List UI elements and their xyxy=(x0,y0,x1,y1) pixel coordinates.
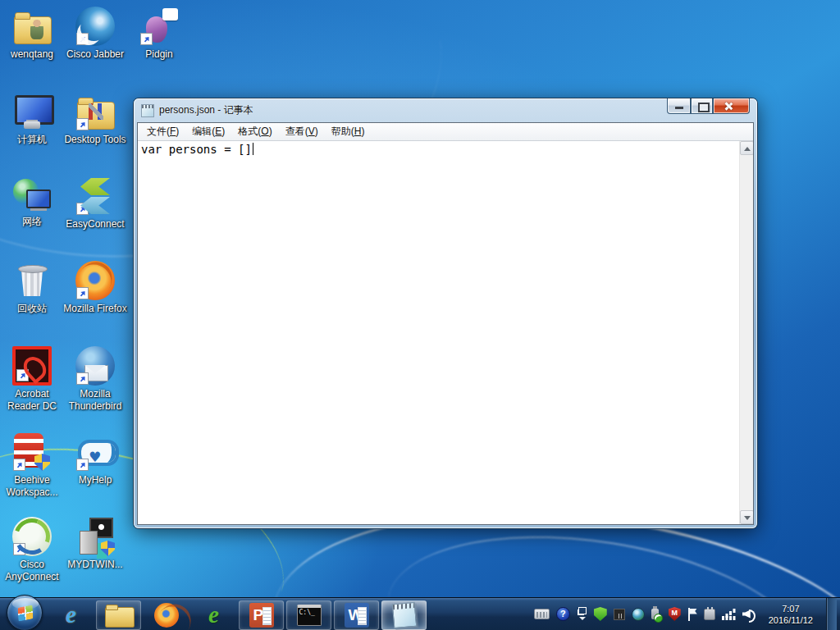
scroll-up-button[interactable] xyxy=(740,141,753,155)
taskbar-clock[interactable]: 7:07 2016/11/12 xyxy=(764,603,818,626)
menu-view[interactable]: 查看(V) xyxy=(279,122,325,141)
explorer-folder-icon xyxy=(105,605,133,626)
cisco-jabber-icon xyxy=(75,7,115,46)
desktop-icon-network[interactable]: 网络 xyxy=(0,174,64,228)
shortcut-arrow-icon xyxy=(76,33,89,45)
taskbar-powerpoint[interactable]: P xyxy=(239,600,284,630)
show-desktop-button[interactable] xyxy=(826,598,837,630)
desktop: wenqtang Cisco Jabber Pidgin 计算机 Desktop… xyxy=(0,0,840,630)
start-button[interactable] xyxy=(7,595,43,630)
thunderbird-icon xyxy=(75,346,115,386)
desktop-icon-label: EasyConnect xyxy=(63,218,127,231)
close-button[interactable] xyxy=(713,98,750,114)
desktop-icon-firefox[interactable]: Mozilla Firefox xyxy=(63,261,127,315)
firefox-icon xyxy=(154,603,179,628)
device-plug-icon[interactable] xyxy=(704,609,715,620)
notepad-window-icon xyxy=(141,104,154,117)
desktop-icon-label: 计算机 xyxy=(0,134,64,146)
input-method-keyboard-icon[interactable] xyxy=(534,609,550,619)
scroll-down-button[interactable] xyxy=(740,510,753,524)
maximize-button[interactable] xyxy=(691,98,713,114)
menu-format[interactable]: 格式(O) xyxy=(231,122,278,141)
desktop-icon-anyconnect[interactable]: Cisco AnyConnect xyxy=(0,517,64,582)
minimize-button[interactable] xyxy=(667,98,691,114)
desktop-icon-thunderbird[interactable]: Mozilla Thunderbird xyxy=(63,346,127,412)
desktop-icon-label: Cisco AnyConnect xyxy=(0,559,64,582)
tools-overlay-icon xyxy=(89,103,103,120)
pidgin-bird-icon xyxy=(139,7,179,46)
system-tray: ? M 7:07 2016/11/12 xyxy=(534,598,840,630)
desktop-icon-computer[interactable]: 计算机 xyxy=(0,92,64,146)
beehive-icon xyxy=(12,432,52,472)
safely-remove-usb-icon[interactable] xyxy=(651,609,659,619)
desktop-icon-cisco-jabber[interactable]: Cisco Jabber xyxy=(63,7,127,61)
desktop-icon-myhelp[interactable]: MyHelp xyxy=(63,432,127,486)
taskbar-notepad-active[interactable] xyxy=(381,600,427,630)
text-caret xyxy=(253,143,253,155)
person-overlay-icon xyxy=(30,20,43,39)
anyconnect-globe-icon xyxy=(12,517,52,556)
desktop-icon-desktop-tools[interactable]: Desktop Tools xyxy=(63,92,127,146)
desktop-icon-mydtwin[interactable]: MYDTWIN... xyxy=(63,517,127,571)
desktop-icon-label: 回收站 xyxy=(0,303,64,315)
shortcut-arrow-icon xyxy=(76,203,89,215)
dark-app-tray-icon[interactable] xyxy=(614,609,625,620)
powerpoint-icon: P xyxy=(249,603,274,628)
help-tray-icon[interactable]: ? xyxy=(556,607,570,621)
mcafee-shield-icon[interactable]: M xyxy=(669,607,681,621)
desktop-icon-label: Pidgin xyxy=(127,48,191,61)
taskbar-internet-explorer[interactable]: e xyxy=(48,600,94,630)
taskbar-command-prompt[interactable]: C:\_ xyxy=(286,600,331,630)
text-line: var persons = [] xyxy=(138,141,753,156)
desktop-icon-label: Cisco Jabber xyxy=(63,48,127,61)
notepad-icon xyxy=(391,601,417,628)
shortcut-arrow-icon xyxy=(76,459,89,471)
desktop-icon-recycle-bin[interactable]: 回收站 xyxy=(0,261,64,315)
signal-strength-icon[interactable] xyxy=(722,609,736,620)
show-hidden-icons-button[interactable] xyxy=(577,607,587,621)
desktop-icon-label: Mozilla Thunderbird xyxy=(63,388,127,412)
shortcut-arrow-icon xyxy=(76,372,89,385)
desktop-icon-label: Desktop Tools xyxy=(63,134,127,146)
green-browser-icon: e xyxy=(208,603,219,627)
volume-icon[interactable] xyxy=(742,609,757,620)
desktop-icon-pidgin[interactable]: Pidgin xyxy=(127,7,191,61)
taskbar: e e P C:\_ W ? M 7:07 2016/11/12 xyxy=(0,597,840,630)
firefox-icon xyxy=(75,261,115,300)
desktop-icon-wenqtang[interactable]: wenqtang xyxy=(0,7,64,61)
menu-help[interactable]: 帮助(H) xyxy=(325,122,372,141)
update-shield-icon[interactable] xyxy=(594,607,607,621)
desktop-icon-easyconnect[interactable]: EasyConnect xyxy=(63,176,127,231)
taskbar-green-browser[interactable]: e xyxy=(191,600,236,630)
shortcut-arrow-icon xyxy=(76,287,89,299)
network-globe-tray-icon[interactable] xyxy=(632,608,645,621)
desktop-icon-label: MYDTWIN... xyxy=(63,559,127,571)
command-prompt-icon: C:\_ xyxy=(297,605,322,626)
text-editor-area[interactable]: var persons = [] xyxy=(138,141,753,524)
vertical-scrollbar[interactable] xyxy=(739,141,753,524)
desktop-icon-beehive[interactable]: Beehive Workspac... xyxy=(0,432,64,498)
shortcut-arrow-icon xyxy=(16,369,29,381)
network-globe-icon xyxy=(12,174,52,213)
desktop-icon-label: Beehive Workspac... xyxy=(0,474,64,498)
clock-date: 2016/11/12 xyxy=(769,614,813,626)
easyconnect-chevrons-icon xyxy=(75,176,115,216)
taskbar-firefox[interactable] xyxy=(144,600,189,630)
title-bar[interactable]: persons.json - 记事本 xyxy=(134,98,757,122)
menu-bar: 文件(F) 编辑(E) 格式(O) 查看(V) 帮助(H) xyxy=(138,123,753,141)
word-icon: W xyxy=(345,603,369,628)
menu-file[interactable]: 文件(F) xyxy=(140,122,185,141)
action-center-flag-icon[interactable] xyxy=(687,608,697,621)
taskbar-windows-explorer[interactable] xyxy=(96,600,141,630)
shortcut-arrow-icon xyxy=(13,543,25,555)
taskbar-word[interactable]: W xyxy=(334,600,379,630)
window-controls xyxy=(667,98,750,114)
uac-shield-icon xyxy=(101,541,115,556)
desktop-icon-label: 网络 xyxy=(0,216,64,228)
notepad-window: persons.json - 记事本 文件(F) 编辑(E) 格式(O) 查看(… xyxy=(134,98,757,528)
window-client-area: 文件(F) 编辑(E) 格式(O) 查看(V) 帮助(H) var person… xyxy=(137,122,754,525)
menu-edit[interactable]: 编辑(E) xyxy=(185,122,231,141)
cloud-heart-icon xyxy=(75,432,115,472)
desktop-icon-acrobat[interactable]: Acrobat Reader DC xyxy=(0,346,64,412)
tools-folder-icon xyxy=(75,92,115,131)
